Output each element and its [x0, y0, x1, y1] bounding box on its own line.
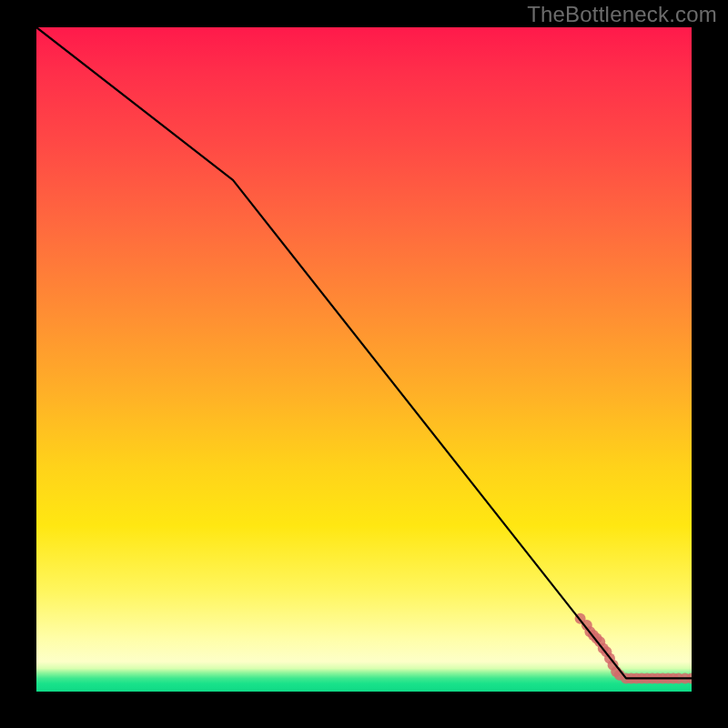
watermark-text: TheBottleneck.com: [527, 2, 717, 27]
plot-area: [36, 27, 692, 692]
trend-line: [36, 27, 692, 678]
chart-stage: TheBottleneck.com: [0, 0, 728, 728]
scatter-points-group: [575, 613, 692, 684]
overlay-svg: [36, 27, 692, 692]
